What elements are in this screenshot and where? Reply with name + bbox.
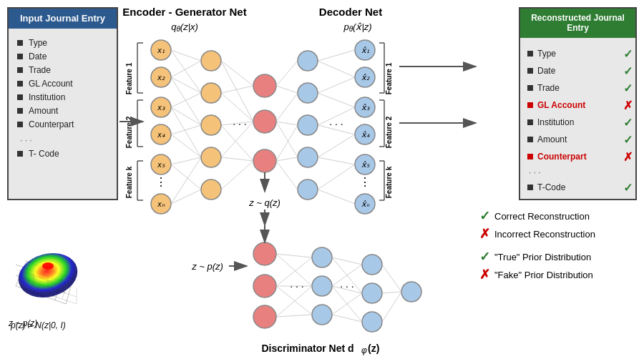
svg-line-70	[221, 157, 253, 161]
svg-line-103	[318, 61, 355, 77]
legend-fake-prior: ✗ "Fake" Prior Distribution	[479, 267, 637, 282]
recon-row-glaccount: GL Account ✗	[527, 99, 633, 112]
svg-text:· · ·: · · ·	[290, 280, 303, 292]
svg-line-144	[332, 257, 362, 265]
recon-bullet-amount	[527, 137, 533, 142]
bullet-trade	[17, 67, 23, 73]
svg-line-71	[221, 161, 253, 190]
svg-line-67	[221, 122, 253, 125]
svg-line-65	[221, 86, 253, 93]
svg-point-131	[312, 276, 332, 296]
svg-line-86	[276, 157, 298, 161]
legend-incorrect-label: Incorrect Reconstruction	[494, 229, 595, 240]
bullet-tcode	[17, 151, 23, 157]
enc-feature2-label: Feature 2	[125, 116, 133, 148]
svg-point-130	[312, 247, 332, 267]
svg-line-81	[276, 86, 298, 93]
svg-point-62	[253, 149, 276, 172]
svg-text:x₁: x₁	[157, 46, 165, 54]
recon-bullet-glaccount	[527, 102, 533, 108]
svg-text:x̂₁: x̂₁	[361, 46, 369, 54]
svg-line-83	[276, 122, 298, 125]
svg-point-17	[42, 262, 54, 270]
svg-line-45	[171, 50, 201, 61]
recon-row-type: Type ✓	[527, 47, 633, 61]
bullet-date	[17, 54, 23, 59]
legend-fake-cross-icon: ✗	[479, 267, 490, 282]
svg-line-102	[318, 50, 355, 61]
svg-text:xₙ: xₙ	[157, 200, 165, 208]
legend-correct-label: Correct Reconstruction	[494, 211, 590, 222]
check-type: ✓	[623, 47, 633, 61]
recon-bullet-date	[527, 68, 533, 74]
svg-text:x₅: x₅	[157, 160, 165, 169]
svg-text:(z): (z)	[368, 343, 379, 354]
svg-line-51	[171, 107, 201, 125]
reconstructed-journal-header: Reconstructed Journal Entry	[520, 9, 635, 38]
svg-point-79	[298, 179, 318, 200]
svg-line-134	[276, 254, 312, 286]
svg-text:x̂₃: x̂₃	[361, 103, 370, 112]
svg-line-104	[318, 77, 355, 93]
svg-line-46	[171, 50, 201, 93]
svg-text:· · ·: · · ·	[340, 280, 353, 292]
svg-line-64	[221, 61, 253, 122]
recon-row-counterpart: Counterpart ✗	[527, 150, 633, 164]
svg-point-33	[151, 124, 171, 144]
svg-line-47	[171, 61, 201, 77]
svg-point-78	[298, 147, 318, 167]
recon-bullet-type	[527, 51, 533, 56]
journal-item-type: Type	[17, 38, 111, 48]
svg-text:· · ·: · · ·	[329, 118, 343, 129]
journal-item-trade: Trade	[17, 65, 111, 75]
formula-enc: qθ(z|x)	[171, 21, 198, 33]
journal-item-tcode: T- Code	[17, 149, 111, 159]
enc-featurek-label: Feature k	[125, 166, 133, 198]
recon-bullet-institution	[527, 119, 533, 125]
svg-line-57	[171, 190, 201, 204]
svg-line-152	[382, 265, 401, 292]
svg-point-126	[253, 242, 276, 265]
svg-line-108	[318, 134, 355, 157]
svg-line-138	[276, 286, 312, 317]
svg-point-38	[151, 194, 171, 214]
svg-point-40	[201, 51, 221, 71]
legend-incorrect-recon: ✗ Incorrect Reconstruction	[479, 226, 637, 242]
input-journal-body: Type Date Trade GL Account Institution A…	[9, 29, 117, 168]
svg-point-97	[355, 154, 375, 174]
bullet-amount	[17, 108, 23, 114]
svg-point-44	[201, 179, 221, 200]
svg-line-149	[332, 293, 362, 315]
recon-bullet-tcode	[527, 185, 533, 190]
svg-point-42	[201, 115, 221, 135]
heatmap-svg	[9, 222, 116, 308]
svg-line-106	[318, 107, 355, 125]
svg-line-145	[332, 257, 362, 293]
input-journal-header: Input Journal Entry	[9, 9, 117, 29]
recon-bullet-counterpart	[527, 154, 533, 159]
svg-point-91	[355, 67, 375, 87]
svg-line-105	[318, 93, 355, 107]
svg-line-50	[171, 93, 201, 107]
cross-glaccount: ✗	[623, 99, 633, 112]
recon-bullet-trade	[527, 85, 533, 91]
recon-row-amount: Amount ✓	[527, 133, 633, 147]
input-journal-box: Input Journal Entry Type Date Trade GL A…	[7, 7, 118, 200]
svg-line-68	[221, 125, 253, 161]
main-container: Input Journal Entry Type Date Trade GL A…	[0, 0, 644, 364]
svg-line-110	[318, 164, 355, 190]
svg-line-137	[276, 286, 312, 315]
svg-line-147	[332, 286, 362, 293]
svg-text:z ~ p(z): z ~ p(z)	[191, 261, 223, 272]
journal-item-glaccount: GL Account	[17, 79, 111, 89]
svg-point-60	[253, 74, 276, 97]
legend-true-prior: ✓ "True" Prior Distribution	[479, 249, 637, 265]
svg-line-55	[171, 157, 201, 164]
svg-point-127	[253, 275, 276, 297]
svg-point-141	[362, 255, 382, 275]
check-institution: ✓	[623, 116, 633, 129]
svg-point-27	[151, 40, 171, 60]
check-amount: ✓	[623, 133, 633, 147]
decoder-title: Decoder Net	[319, 6, 382, 18]
svg-point-31	[151, 97, 171, 117]
